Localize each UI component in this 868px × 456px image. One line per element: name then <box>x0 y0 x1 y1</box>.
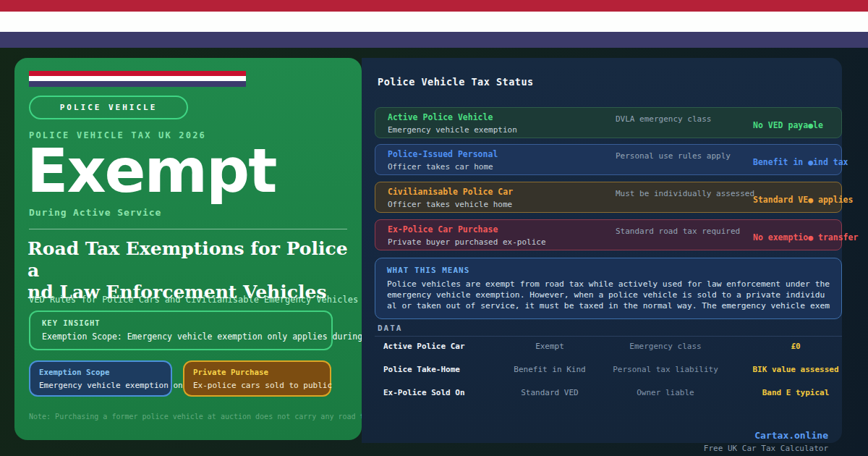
status-row-value: Standard VE● applies <box>753 195 853 205</box>
panel-title: Police Vehicle Tax Status <box>378 76 534 88</box>
data-cell-basis: Emergency class <box>604 342 727 351</box>
status-row-subtitle: Officer takes car home <box>388 162 493 172</box>
data-cell-value: BIK value assessed <box>731 365 861 374</box>
status-row-detail: Must be individually assessed <box>616 189 754 198</box>
key-insight-text: Exemption Scope: Emergency vehicle exemp… <box>42 332 362 342</box>
status-row-civilianisable-police-car: Civilianisable Police Car Officer takes … <box>375 182 842 213</box>
status-row-detail: Personal use rules apply <box>616 151 731 161</box>
top-flag-stripe-red <box>0 0 868 12</box>
data-cell-tax: Benefit in Kind <box>488 365 611 374</box>
social-card: POLICE VEHICLE POLICE VEHICLE TAX UK 202… <box>0 0 868 456</box>
data-cell-value: Band E typical <box>731 388 861 397</box>
key-insight-label: KEY INSIGHT <box>42 318 101 327</box>
uk-flag-blue-stripe <box>29 81 246 87</box>
left-divider <box>29 229 347 229</box>
data-cell-name: Active Police Car <box>383 342 465 351</box>
status-row-title: Civilianisable Police Car <box>388 187 513 197</box>
status-row-subtitle: Emergency vehicle exemption <box>388 125 517 135</box>
site-tagline: Free UK Car Tax Calculator <box>704 444 828 453</box>
status-row-ex-police-car-purchase: Ex-Police Car Purchase Private buyer pur… <box>375 219 842 250</box>
left-summary-panel: POLICE VEHICLE POLICE VEHICLE TAX UK 202… <box>14 58 362 440</box>
top-flag-stripe-blue <box>0 32 868 48</box>
headline-subtext: During Active Service <box>29 207 161 218</box>
data-row-police-take-home: Police Take-Home Benefit in Kind Persona… <box>375 365 842 379</box>
exemption-scope-card-title: Exemption Scope <box>39 368 110 377</box>
status-row-title: Ex-Police Car Purchase <box>388 224 498 235</box>
status-row-police-issued-personal: Police-Issued Personal Officer takes car… <box>375 144 842 175</box>
data-cell-name: Police Take-Home <box>383 365 460 374</box>
data-cell-basis: Personal tax liability <box>604 365 727 374</box>
article-subtitle: VED Rules for Police Cars and Civilianis… <box>29 295 358 305</box>
key-insight-box: KEY INSIGHT Exemption Scope: Emergency v… <box>29 311 333 350</box>
uk-flag-icon <box>29 71 246 87</box>
uk-flag-white-stripe <box>29 76 246 81</box>
status-row-value: No VED paya●le <box>753 120 823 130</box>
data-section-divider <box>375 336 842 337</box>
what-this-means-text: Police vehicles are exempt from road tax… <box>387 279 830 311</box>
data-row-ex-police-sold-on: Ex-Police Sold On Standard VED Owner lia… <box>375 388 842 402</box>
tax-status-panel: Police Vehicle Tax Status Active Police … <box>362 58 842 443</box>
status-row-detail: DVLA emergency class <box>616 114 711 124</box>
data-cell-name: Ex-Police Sold On <box>383 388 465 397</box>
brand-link[interactable]: Cartax.online <box>754 430 828 441</box>
uk-flag-red-stripe <box>29 71 246 76</box>
status-row-title: Police-Issued Personal <box>388 149 498 159</box>
article-title: Road Tax Exemptions for Police a nd Law … <box>27 238 360 303</box>
auction-note: Note: Purchasing a former police vehicle… <box>29 413 362 421</box>
private-purchase-card: Private Purchase Ex-police cars sold to … <box>183 360 331 397</box>
status-row-subtitle: Officer takes vehicle home <box>388 200 512 209</box>
data-row-active-police-car: Active Police Car Exempt Emergency class… <box>375 342 842 356</box>
data-cell-value: £0 <box>731 342 861 351</box>
top-flag-stripe-white <box>0 12 868 32</box>
headline-exempt: Exempt <box>27 133 276 209</box>
status-row-subtitle: Private buyer purchased ex-police <box>388 237 546 247</box>
status-row-value: No exemptio● transfer <box>753 232 858 242</box>
what-this-means-box: WHAT THIS MEANS Police vehicles are exem… <box>375 258 842 319</box>
status-row-detail: Standard road tax required <box>616 227 740 236</box>
private-purchase-card-text: Ex-police cars sold to public <box>193 381 332 390</box>
exemption-scope-card: Exemption Scope Emergency vehicle exempt… <box>29 360 172 397</box>
data-cell-tax: Exempt <box>488 342 611 351</box>
status-row-value: Benefit in ●ind tax <box>753 157 848 167</box>
data-cell-tax: Standard VED <box>488 388 611 397</box>
status-row-title: Active Police Vehicle <box>388 112 493 122</box>
data-section-label: DATA <box>378 324 403 333</box>
data-cell-basis: Owner liable <box>604 388 727 397</box>
what-this-means-label: WHAT THIS MEANS <box>387 266 469 275</box>
private-purchase-card-title: Private Purchase <box>193 368 268 377</box>
status-row-active-police-vehicle: Active Police Vehicle Emergency vehicle … <box>375 107 842 138</box>
police-vehicle-badge: POLICE VEHICLE <box>29 96 188 119</box>
